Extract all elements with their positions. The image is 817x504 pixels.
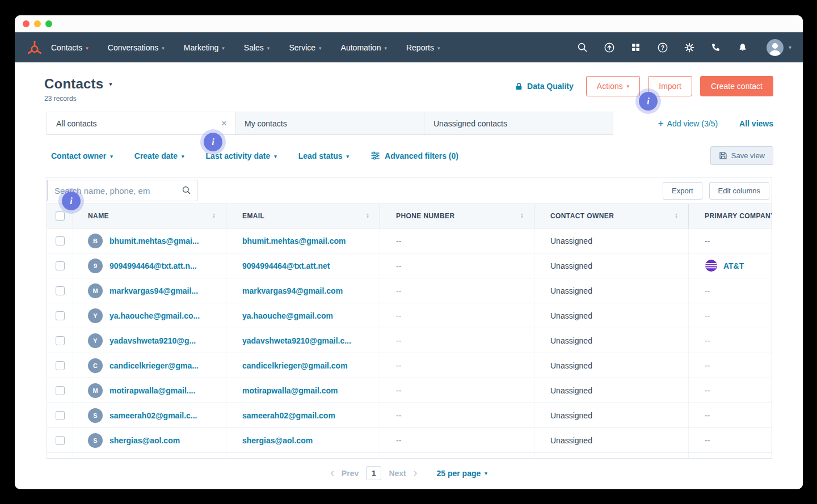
row-checkbox[interactable] <box>56 261 65 270</box>
chevron-right-icon[interactable]: › <box>414 467 418 480</box>
filter-lead-status[interactable]: Lead status ▾ <box>298 151 349 160</box>
filter-contact-owner[interactable]: Contact owner ▾ <box>51 151 113 160</box>
nav-item-service[interactable]: Service ▾ <box>289 43 321 52</box>
contact-email-link[interactable]: bhumit.mehtas@gmail.com <box>242 236 346 245</box>
advanced-filters-label: Advanced filters (0) <box>385 151 458 160</box>
contact-email-link[interactable]: markvargas94@gmail.com <box>242 286 343 295</box>
contact-name-link[interactable]: yadavshweta9210@g... <box>110 336 196 345</box>
row-checkbox[interactable] <box>56 386 65 395</box>
nav-item-sales[interactable]: Sales ▾ <box>244 43 270 52</box>
onboarding-beacon-import[interactable]: i <box>639 92 658 111</box>
view-tab-my-contacts[interactable]: My contacts <box>235 112 424 135</box>
filter-last-activity-date[interactable]: Last activity date ▾ <box>206 151 277 160</box>
nav-item-contacts[interactable]: Contacts ▾ <box>51 43 89 52</box>
view-tab-all-contacts[interactable]: All contacts × <box>47 112 235 135</box>
contact-email-link[interactable]: ya.haouche@gmail.com <box>242 311 333 320</box>
marketplace-grid-icon[interactable] <box>630 41 642 54</box>
contact-name-link[interactable]: ya.haouche@gmail.co... <box>110 311 200 320</box>
arrow-up-circle-icon[interactable] <box>603 41 616 54</box>
contact-name-link[interactable]: markvargas94@gmail... <box>110 286 198 295</box>
company-cell: -- <box>705 286 710 295</box>
window-zoom-button[interactable] <box>45 20 52 27</box>
column-header-name[interactable]: NAME ▲▼ <box>73 204 226 228</box>
contact-email-link[interactable]: shergias@aol.com <box>242 436 313 445</box>
advanced-filters-link[interactable]: Advanced filters (0) <box>370 151 458 160</box>
sort-icon[interactable]: ▲▼ <box>675 213 678 219</box>
column-header-email[interactable]: EMAIL ▲▼ <box>226 204 380 228</box>
current-page-button[interactable]: 1 <box>366 466 381 480</box>
row-checkbox[interactable] <box>56 286 65 295</box>
nav-item-label: Marketing <box>184 43 218 52</box>
sort-icon[interactable]: ▲▼ <box>520 213 524 219</box>
contact-name-link[interactable]: 9094994464@txt.att.n... <box>110 261 197 270</box>
call-phone-icon[interactable] <box>710 41 722 54</box>
window-minimize-button[interactable] <box>34 20 41 27</box>
per-page-selector[interactable]: 25 per page ▾ <box>436 469 487 478</box>
nav-item-marketing[interactable]: Marketing ▾ <box>184 43 225 52</box>
view-tab-label: All contacts <box>56 119 97 128</box>
help-icon[interactable]: ? <box>656 41 669 54</box>
filter-create-date[interactable]: Create date ▾ <box>134 151 184 160</box>
hubspot-logo-icon[interactable] <box>24 39 44 56</box>
all-views-link[interactable]: All views <box>739 119 773 128</box>
chevron-left-icon[interactable]: ‹ <box>330 467 334 480</box>
contact-name-link[interactable]: motirapwalla@gmail.... <box>110 386 195 395</box>
contact-email-link[interactable]: candicelkrieger@gmail.com <box>242 361 348 370</box>
nav-item-conversations[interactable]: Conversations ▾ <box>108 43 165 52</box>
row-checkbox[interactable] <box>56 336 65 345</box>
row-checkbox[interactable] <box>56 411 65 420</box>
nav-item-reports[interactable]: Reports ▾ <box>406 43 440 52</box>
contact-email-link[interactable]: motirapwalla@gmail.com <box>242 386 338 395</box>
phone-cell: -- <box>396 436 401 445</box>
account-menu[interactable]: ▾ <box>767 39 791 56</box>
view-tab-label: Unassigned contacts <box>433 119 507 128</box>
owner-cell: Unassigned <box>550 361 592 370</box>
add-view-link[interactable]: + Add view (3/5) <box>658 118 718 128</box>
contact-email-link[interactable]: 9094994464@txt.att.net <box>242 261 330 270</box>
save-view-button[interactable]: Save view <box>710 146 773 165</box>
search-icon[interactable] <box>576 41 589 54</box>
actions-button[interactable]: Actions ▾ <box>586 76 640 96</box>
search-icon[interactable] <box>182 185 191 197</box>
row-checkbox[interactable] <box>56 361 65 370</box>
contact-email-link[interactable]: yadavshweta9210@gmail.c... <box>242 336 351 345</box>
chevron-down-icon: ▾ <box>485 471 487 476</box>
select-all-checkbox[interactable] <box>56 211 65 221</box>
contact-name-link[interactable]: shergias@aol.com <box>110 436 180 445</box>
company-link[interactable]: AT&T <box>723 261 744 270</box>
view-tab-unassigned-contacts[interactable]: Unassigned contacts <box>424 112 613 135</box>
prev-page-button[interactable]: Prev <box>342 469 359 478</box>
row-checkbox[interactable] <box>56 436 65 445</box>
sort-icon[interactable]: ▲▼ <box>366 213 369 219</box>
column-header-phone-number[interactable]: PHONE NUMBER ▲▼ <box>380 204 534 228</box>
onboarding-beacon-search[interactable]: i <box>62 192 81 210</box>
chevron-down-icon[interactable]: ▾ <box>109 81 112 88</box>
column-header-primary-company[interactable]: PRIMARY COMPANY <box>688 204 772 228</box>
column-header-label: CONTACT OWNER <box>550 212 614 220</box>
data-quality-link[interactable]: Data Quality <box>515 82 574 91</box>
import-button[interactable]: Import <box>648 76 692 96</box>
nav-item-automation[interactable]: Automation ▾ <box>341 43 387 52</box>
close-icon[interactable]: × <box>221 118 227 128</box>
contact-email-link[interactable]: sameerah02@gmail.com <box>242 411 335 420</box>
next-page-button[interactable]: Next <box>389 469 406 478</box>
company-cell: -- <box>705 361 710 370</box>
table-row: 99094994464@txt.att.n... 9094994464@txt.… <box>47 253 772 278</box>
column-header-contact-owner[interactable]: CONTACT OWNER ▲▼ <box>534 204 688 228</box>
user-avatar <box>767 39 784 56</box>
settings-gear-icon[interactable] <box>683 41 696 54</box>
contact-name-link[interactable]: sameerah02@gmail.c... <box>110 411 197 420</box>
row-checkbox[interactable] <box>56 236 65 245</box>
chevron-down-icon: ▾ <box>162 44 165 51</box>
onboarding-beacon-create-date[interactable]: i <box>204 133 222 151</box>
contact-name-link[interactable]: candicelkrieger@gma... <box>110 361 199 370</box>
contact-name-link[interactable]: bhumit.mehtas@gmai... <box>110 236 199 245</box>
create-contact-button[interactable]: Create contact <box>700 76 773 96</box>
row-checkbox[interactable] <box>56 311 65 320</box>
edit-columns-button[interactable]: Edit columns <box>709 182 769 200</box>
export-button[interactable]: Export <box>663 182 702 200</box>
sort-icon[interactable]: ▲▼ <box>212 213 216 219</box>
notifications-bell-icon[interactable] <box>736 41 749 54</box>
page-title: Contacts <box>44 76 103 92</box>
window-close-button[interactable] <box>23 20 30 27</box>
